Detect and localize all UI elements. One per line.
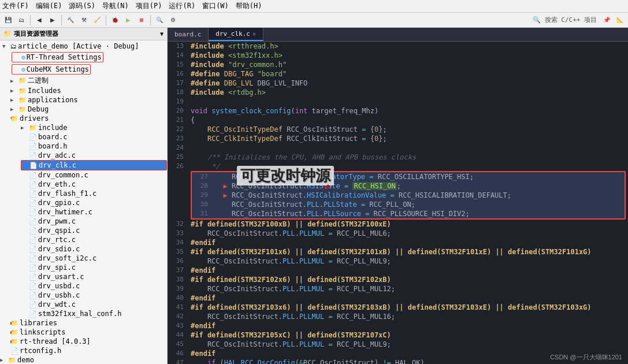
menu-source[interactable]: 源码(S) <box>69 1 95 11</box>
drv-qspi-icon: 📄 <box>29 227 37 235</box>
tree-drv-soft-i2c[interactable]: 📄 drv_soft_i2c.c <box>0 254 167 263</box>
line-num-13: 13 <box>168 42 188 51</box>
tree-drv-usart[interactable]: 📄 drv_usart.c <box>0 272 167 281</box>
tree-applications[interactable]: ▶ 📁 applications <box>0 95 167 105</box>
include-icon: 📁 <box>29 124 37 132</box>
tree-drv-sdio[interactable]: 📄 drv_sdio.c <box>0 244 167 254</box>
rt-thread-tree-label: rt-thread [4.0.3] <box>20 337 91 346</box>
tree-drv-rtc[interactable]: 📄 drv_rtc.c <box>0 235 167 244</box>
left-panel: 📁 项目资源管理器 ▼ ▼ 🗂 article_demo [Active · D… <box>0 28 168 364</box>
menu-file[interactable]: 文件(F) <box>2 1 29 11</box>
board-c-label: board.c <box>38 133 68 141</box>
tree-drv-pwm[interactable]: 📄 drv_pwm.c <box>0 217 167 226</box>
run-button[interactable]: ▶ <box>122 14 134 26</box>
line-num-29: 29 <box>192 191 213 200</box>
tab-board-c[interactable]: board.c <box>168 28 209 41</box>
tab-drv-clk-c[interactable]: drv_clk.c ✕ <box>209 28 263 41</box>
tree-board-h[interactable]: 📄 board.h <box>0 142 167 151</box>
tree-binary[interactable]: ▶ 📁 二进制 <box>0 75 167 86</box>
annotation-arrow: → <box>322 179 330 193</box>
code-editor: board.c drv_clk.c ✕ 13 #include <rtthrea… <box>168 28 628 364</box>
pin-button[interactable]: 📌 <box>601 14 612 26</box>
tree-demo[interactable]: ▶ 📁 demo <box>0 355 167 364</box>
tree-drv-hwtimer[interactable]: 📄 drv_hwtimer.c <box>0 207 167 217</box>
save-all-button[interactable]: 🗂 <box>16 14 27 26</box>
tree-drv-usbh[interactable]: 📄 drv_usbh.c <box>0 291 167 300</box>
code-line-31: 31 RCC_OscInitStruct.PLL.PLLSource = RCC… <box>192 209 625 218</box>
settings-button[interactable]: ⚙ <box>167 14 179 26</box>
tree-drv-qspi[interactable]: 📄 drv_qspi.c <box>0 226 167 235</box>
drv-qspi-label: drv_qspi.c <box>38 226 80 235</box>
tree-drv-adc[interactable]: 📄 drv_adc.c <box>0 151 167 160</box>
code-line-43: 43 #endif <box>168 321 628 330</box>
drv-clk-label: drv_clk.c <box>39 161 76 169</box>
tree-board-c[interactable]: 📄 board.c <box>0 132 167 142</box>
tree-stm32-conf[interactable]: 📄 stm32f1xx_hal_conf.h <box>0 309 167 318</box>
tree-drivers[interactable]: ▼ 📁 drivers <box>0 114 167 123</box>
tree-drv-gpio[interactable]: 📄 drv_gpio.c <box>0 198 167 207</box>
tree-drv-spi[interactable]: 📄 drv_spi.c <box>0 263 167 272</box>
tree-drv-wdt[interactable]: 📄 drv_wdt.c <box>0 300 167 309</box>
build-all-button[interactable]: ⚒ <box>78 14 90 26</box>
view-button[interactable]: 📐 <box>614 14 626 26</box>
line-num-34: 34 <box>168 238 188 247</box>
tree-include[interactable]: ▶ 📁 include <box>0 123 167 132</box>
search-button[interactable]: 🔍 <box>154 14 165 26</box>
tree-drv-common[interactable]: 📄 drv_common.c <box>0 170 167 180</box>
tree-drv-usbd[interactable]: 📄 drv_usbd.c <box>0 281 167 291</box>
tree-rtconfig[interactable]: 📄 rtconfig.h <box>0 346 167 355</box>
demo-label: demo <box>17 356 34 364</box>
tree-libraries[interactable]: ▶ 📁 libraries <box>0 318 167 328</box>
code-area[interactable]: 13 #include <rtthread.h> 14 #include <st… <box>168 42 628 364</box>
tree-root[interactable]: ▼ 🗂 article_demo [Active · Debug] <box>0 42 167 51</box>
drv-rtc-icon: 📄 <box>29 236 37 244</box>
menu-nav[interactable]: 导航(N) <box>102 1 129 11</box>
line-num-39: 39 <box>168 284 188 294</box>
line-content-16: #define DBG_TAG "board" <box>188 69 287 79</box>
menu-project[interactable]: 项目(P) <box>136 1 162 11</box>
libraries-toggle: ▶ <box>2 320 10 326</box>
menu-edit[interactable]: 编辑(E) <box>36 1 62 11</box>
tree-linkscripts[interactable]: ▶ 📁 linkscripts <box>0 328 167 337</box>
binary-icon: 📁 <box>18 77 27 84</box>
forward-button[interactable]: ▶ <box>47 14 58 26</box>
drv-eth-label: drv_eth.c <box>38 180 76 188</box>
line-content-26: */ <box>188 162 220 171</box>
binary-toggle: ▶ <box>10 78 18 84</box>
line-num-38: 38 <box>168 275 188 284</box>
drv-usbd-label: drv_usbd.c <box>38 282 80 290</box>
tree-debug[interactable]: ▶ 📁 Debug <box>0 105 167 114</box>
libraries-label: libraries <box>20 319 57 327</box>
line-content-34: #endif <box>188 238 215 247</box>
tab-close-icon[interactable]: ✕ <box>252 31 256 37</box>
board-h-label: board.h <box>38 142 68 150</box>
line-content-29: ▶ RCC_OscInitStruct.HSICalibrationValue … <box>213 191 511 200</box>
line-num-33: 33 <box>168 229 188 238</box>
code-line-36: 36 RCC_OscInitStruct.PLL.PLLMUL = RCC_PL… <box>168 257 628 266</box>
includes-toggle: ▶ <box>10 88 18 94</box>
line-num-45: 45 <box>168 340 188 349</box>
include-toggle: ▶ <box>21 125 29 131</box>
clean-button[interactable]: 🧹 <box>91 14 103 26</box>
tree-includes[interactable]: ▶ 📁 Includes <box>0 86 167 95</box>
stop-button[interactable]: ⏹ <box>136 14 147 26</box>
tree-rt-thread[interactable]: ▶ 📁 rt-thread [4.0.3] <box>0 337 167 346</box>
tree-drv-flash-f1[interactable]: 📄 drv_flash_f1.c <box>0 189 167 198</box>
debug-button[interactable]: 🐞 <box>109 14 121 26</box>
line-content-38: #if defined(STM32F102x6) || defined(STM3… <box>188 275 391 284</box>
drv-usbd-icon: 📄 <box>29 283 37 290</box>
code-line-38: 38 #if defined(STM32F102x6) || defined(S… <box>168 275 628 284</box>
drv-pwm-icon: 📄 <box>29 218 37 225</box>
rt-thread-settings[interactable]: ⚙ RT-Thread Settings <box>13 53 102 62</box>
menu-run[interactable]: 运行(R) <box>169 1 195 11</box>
save-button[interactable]: 💾 <box>2 14 14 26</box>
rt-thread-icon: ⚙ <box>21 54 25 61</box>
cubemx-settings[interactable]: ⚙ CubeMX Settings <box>13 65 89 74</box>
tree-drv-eth[interactable]: 📄 drv_eth.c <box>0 180 167 189</box>
build-button[interactable]: 🔨 <box>65 14 76 26</box>
menu-help[interactable]: 帮助(H) <box>236 1 262 11</box>
panel-collapse-icon[interactable]: ▼ <box>160 31 163 37</box>
menu-window[interactable]: 窗口(W) <box>202 1 229 11</box>
back-button[interactable]: ◀ <box>34 14 45 26</box>
tree-drv-clk-highlight[interactable]: 📄 drv_clk.c <box>21 160 167 170</box>
